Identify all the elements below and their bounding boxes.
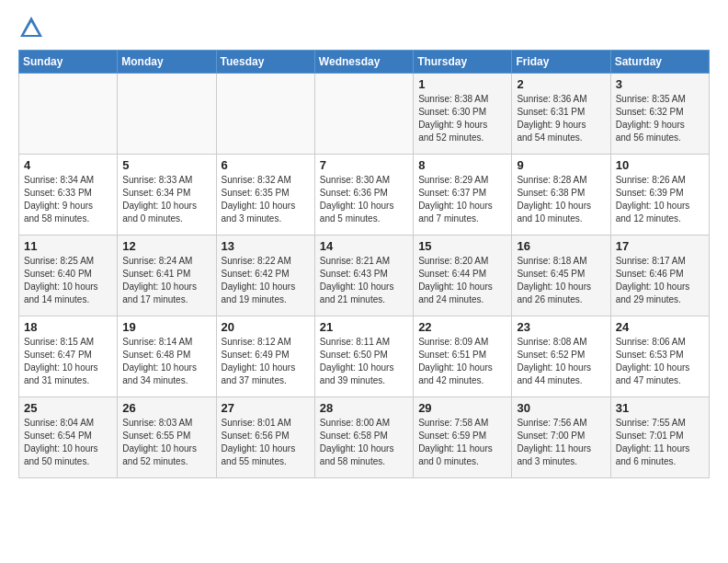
day-number: 24 — [616, 320, 704, 334]
day-info: Sunrise: 8:21 AM Sunset: 6:43 PM Dayligh… — [320, 255, 408, 306]
day-number: 29 — [418, 401, 506, 415]
calendar-header-row: SundayMondayTuesdayWednesdayThursdayFrid… — [19, 51, 710, 74]
calendar-cell: 7Sunrise: 8:30 AM Sunset: 6:36 PM Daylig… — [314, 155, 413, 236]
day-number: 16 — [517, 239, 605, 253]
day-number: 21 — [320, 320, 408, 334]
calendar-cell: 12Sunrise: 8:24 AM Sunset: 6:41 PM Dayli… — [118, 236, 216, 316]
day-info: Sunrise: 8:15 AM Sunset: 6:47 PM Dayligh… — [24, 336, 112, 387]
calendar-cell: 31Sunrise: 7:55 AM Sunset: 7:01 PM Dayli… — [610, 397, 709, 478]
day-number: 11 — [24, 239, 112, 253]
calendar-cell: 26Sunrise: 8:03 AM Sunset: 6:55 PM Dayli… — [118, 397, 216, 478]
calendar-cell: 16Sunrise: 8:18 AM Sunset: 6:45 PM Dayli… — [512, 236, 610, 316]
calendar-cell: 5Sunrise: 8:33 AM Sunset: 6:34 PM Daylig… — [118, 155, 216, 236]
day-info: Sunrise: 8:34 AM Sunset: 6:33 PM Dayligh… — [24, 174, 112, 225]
day-info: Sunrise: 8:22 AM Sunset: 6:42 PM Dayligh… — [222, 255, 310, 306]
day-info: Sunrise: 8:18 AM Sunset: 6:45 PM Dayligh… — [517, 255, 605, 306]
calendar-cell: 28Sunrise: 8:00 AM Sunset: 6:58 PM Dayli… — [314, 397, 413, 478]
day-number: 15 — [418, 239, 506, 253]
logo-icon — [18, 15, 44, 40]
calendar-cell: 9Sunrise: 8:28 AM Sunset: 6:38 PM Daylig… — [512, 155, 610, 236]
day-info: Sunrise: 8:28 AM Sunset: 6:38 PM Dayligh… — [517, 174, 605, 225]
logo — [18, 15, 48, 40]
day-number: 14 — [320, 239, 408, 253]
day-number: 7 — [320, 158, 408, 172]
day-info: Sunrise: 8:03 AM Sunset: 6:55 PM Dayligh… — [122, 417, 210, 468]
day-info: Sunrise: 7:58 AM Sunset: 6:59 PM Dayligh… — [418, 417, 506, 468]
calendar-cell: 22Sunrise: 8:09 AM Sunset: 6:51 PM Dayli… — [414, 316, 512, 397]
calendar-cell: 23Sunrise: 8:08 AM Sunset: 6:52 PM Dayli… — [512, 316, 610, 397]
day-number: 1 — [418, 77, 506, 91]
day-number: 20 — [222, 320, 310, 334]
day-info: Sunrise: 8:01 AM Sunset: 6:56 PM Dayligh… — [222, 417, 310, 468]
calendar-week-row: 18Sunrise: 8:15 AM Sunset: 6:47 PM Dayli… — [19, 316, 710, 397]
day-number: 22 — [418, 320, 506, 334]
day-info: Sunrise: 8:36 AM Sunset: 6:31 PM Dayligh… — [517, 93, 605, 144]
day-info: Sunrise: 8:25 AM Sunset: 6:40 PM Dayligh… — [24, 255, 112, 306]
calendar-cell: 15Sunrise: 8:20 AM Sunset: 6:44 PM Dayli… — [414, 236, 512, 316]
calendar-week-row: 25Sunrise: 8:04 AM Sunset: 6:54 PM Dayli… — [19, 397, 710, 478]
day-info: Sunrise: 8:33 AM Sunset: 6:34 PM Dayligh… — [122, 174, 210, 225]
day-number: 27 — [222, 401, 310, 415]
day-info: Sunrise: 8:30 AM Sunset: 6:36 PM Dayligh… — [320, 174, 408, 225]
calendar-cell: 13Sunrise: 8:22 AM Sunset: 6:42 PM Dayli… — [216, 236, 314, 316]
day-info: Sunrise: 8:14 AM Sunset: 6:48 PM Dayligh… — [122, 336, 210, 387]
calendar-cell: 4Sunrise: 8:34 AM Sunset: 6:33 PM Daylig… — [19, 155, 118, 236]
day-info: Sunrise: 8:35 AM Sunset: 6:32 PM Dayligh… — [616, 93, 704, 144]
calendar-cell — [118, 74, 216, 155]
day-number: 19 — [122, 320, 210, 334]
day-number: 17 — [616, 239, 704, 253]
page: SundayMondayTuesdayWednesdayThursdayFrid… — [0, 0, 728, 563]
day-number: 18 — [24, 320, 112, 334]
calendar-cell: 29Sunrise: 7:58 AM Sunset: 6:59 PM Dayli… — [414, 397, 512, 478]
day-info: Sunrise: 8:17 AM Sunset: 6:46 PM Dayligh… — [616, 255, 704, 306]
calendar-week-row: 11Sunrise: 8:25 AM Sunset: 6:40 PM Dayli… — [19, 236, 710, 316]
header — [18, 15, 710, 40]
day-info: Sunrise: 8:26 AM Sunset: 6:39 PM Dayligh… — [616, 174, 704, 225]
day-info: Sunrise: 8:38 AM Sunset: 6:30 PM Dayligh… — [418, 93, 506, 144]
day-number: 3 — [616, 77, 704, 91]
weekday-header: Tuesday — [216, 51, 314, 74]
calendar-cell — [216, 74, 314, 155]
calendar-cell: 20Sunrise: 8:12 AM Sunset: 6:49 PM Dayli… — [216, 316, 314, 397]
calendar-cell: 3Sunrise: 8:35 AM Sunset: 6:32 PM Daylig… — [610, 74, 709, 155]
calendar-cell: 6Sunrise: 8:32 AM Sunset: 6:35 PM Daylig… — [216, 155, 314, 236]
day-number: 31 — [616, 401, 704, 415]
calendar-cell: 21Sunrise: 8:11 AM Sunset: 6:50 PM Dayli… — [314, 316, 413, 397]
day-number: 5 — [122, 158, 210, 172]
calendar-cell — [314, 74, 413, 155]
calendar-week-row: 4Sunrise: 8:34 AM Sunset: 6:33 PM Daylig… — [19, 155, 710, 236]
day-info: Sunrise: 8:04 AM Sunset: 6:54 PM Dayligh… — [24, 417, 112, 468]
day-number: 8 — [418, 158, 506, 172]
day-number: 6 — [222, 158, 310, 172]
day-info: Sunrise: 8:08 AM Sunset: 6:52 PM Dayligh… — [517, 336, 605, 387]
calendar-cell: 19Sunrise: 8:14 AM Sunset: 6:48 PM Dayli… — [118, 316, 216, 397]
weekday-header: Monday — [118, 51, 216, 74]
day-info: Sunrise: 8:32 AM Sunset: 6:35 PM Dayligh… — [222, 174, 310, 225]
calendar-cell: 2Sunrise: 8:36 AM Sunset: 6:31 PM Daylig… — [512, 74, 610, 155]
day-number: 28 — [320, 401, 408, 415]
day-number: 25 — [24, 401, 112, 415]
day-info: Sunrise: 8:11 AM Sunset: 6:50 PM Dayligh… — [320, 336, 408, 387]
calendar-cell: 27Sunrise: 8:01 AM Sunset: 6:56 PM Dayli… — [216, 397, 314, 478]
day-info: Sunrise: 7:56 AM Sunset: 7:00 PM Dayligh… — [517, 417, 605, 468]
calendar-cell: 30Sunrise: 7:56 AM Sunset: 7:00 PM Dayli… — [512, 397, 610, 478]
calendar-cell: 11Sunrise: 8:25 AM Sunset: 6:40 PM Dayli… — [19, 236, 118, 316]
day-info: Sunrise: 8:24 AM Sunset: 6:41 PM Dayligh… — [122, 255, 210, 306]
weekday-header: Thursday — [414, 51, 512, 74]
day-info: Sunrise: 8:20 AM Sunset: 6:44 PM Dayligh… — [418, 255, 506, 306]
calendar-cell: 10Sunrise: 8:26 AM Sunset: 6:39 PM Dayli… — [610, 155, 709, 236]
calendar-cell: 17Sunrise: 8:17 AM Sunset: 6:46 PM Dayli… — [610, 236, 709, 316]
day-info: Sunrise: 8:12 AM Sunset: 6:49 PM Dayligh… — [222, 336, 310, 387]
day-number: 30 — [517, 401, 605, 415]
day-number: 13 — [222, 239, 310, 253]
day-number: 26 — [122, 401, 210, 415]
weekday-header: Sunday — [19, 51, 118, 74]
calendar-cell: 1Sunrise: 8:38 AM Sunset: 6:30 PM Daylig… — [414, 74, 512, 155]
day-number: 4 — [24, 158, 112, 172]
day-info: Sunrise: 8:00 AM Sunset: 6:58 PM Dayligh… — [320, 417, 408, 468]
calendar-cell: 14Sunrise: 8:21 AM Sunset: 6:43 PM Dayli… — [314, 236, 413, 316]
calendar-cell — [19, 74, 118, 155]
day-number: 2 — [517, 77, 605, 91]
day-info: Sunrise: 8:29 AM Sunset: 6:37 PM Dayligh… — [418, 174, 506, 225]
weekday-header: Friday — [512, 51, 610, 74]
